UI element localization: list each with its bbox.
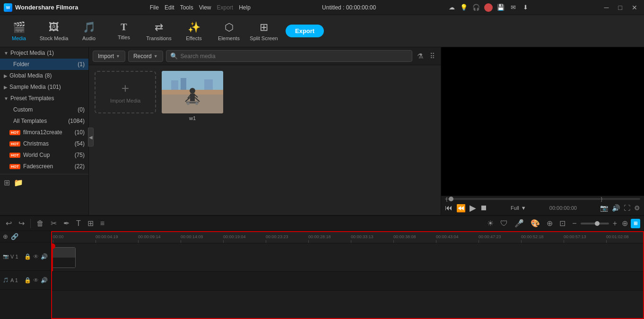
- audio-track-eye-icon[interactable]: 👁: [33, 277, 39, 284]
- link-track-button[interactable]: 🔗: [11, 233, 18, 240]
- grid-view-icon[interactable]: ⠿: [428, 51, 437, 61]
- add-media-track-button[interactable]: ⊕: [3, 233, 8, 240]
- add-media-button[interactable]: + Import Media: [95, 71, 156, 113]
- track-vol-icon[interactable]: 🔊: [41, 253, 48, 260]
- svg-rect-14: [204, 79, 213, 90]
- menu-view[interactable]: View: [199, 4, 211, 11]
- user-avatar[interactable]: [484, 3, 493, 12]
- maximize-button[interactable]: □: [616, 3, 625, 12]
- track-eye-icon[interactable]: 👁: [33, 253, 39, 260]
- record-button[interactable]: Record ▼: [128, 51, 163, 62]
- export-button[interactable]: Export: [286, 25, 324, 37]
- ruler-mark-4: 00:00:19:04: [223, 234, 246, 239]
- zoom-out-button[interactable]: −: [570, 218, 578, 229]
- search-input[interactable]: [181, 53, 408, 60]
- toolbar-effects[interactable]: ✨ Effects: [177, 16, 211, 46]
- audio-track-lock-icon[interactable]: 🔒: [24, 277, 31, 284]
- video-clip[interactable]: [52, 247, 76, 268]
- toolbar-elements[interactable]: ⬡ Elements: [212, 16, 246, 46]
- toolbar-titles[interactable]: T Titles: [107, 16, 141, 46]
- menu-export[interactable]: Export: [217, 4, 233, 11]
- shield-button[interactable]: 🛡: [498, 218, 510, 229]
- menu-file[interactable]: File: [150, 4, 159, 11]
- panel-folder[interactable]: Folder (1): [0, 59, 88, 70]
- toolbar-transitions-label: Transitions: [146, 35, 171, 41]
- audio-track-icon: 🎵: [3, 277, 9, 283]
- multitrack-button[interactable]: ≡: [98, 218, 106, 229]
- panel-world-cup[interactable]: HOT World Cup (75): [0, 149, 88, 161]
- camera-icon[interactable]: 📷: [600, 204, 608, 212]
- bulb-icon[interactable]: 💡: [460, 3, 468, 12]
- save-icon[interactable]: 💾: [496, 3, 505, 12]
- step-back-button[interactable]: ⏪: [456, 204, 466, 213]
- close-button[interactable]: ✕: [629, 3, 640, 12]
- toolbar-audio[interactable]: 🎵 Audio: [72, 16, 106, 46]
- svg-point-3: [190, 88, 195, 94]
- stabilize-button[interactable]: ☀: [485, 218, 496, 229]
- menu-edit[interactable]: Edit: [165, 4, 174, 11]
- mic-button[interactable]: 🎤: [513, 218, 526, 229]
- redo-button[interactable]: ↪: [17, 218, 26, 229]
- toolbar-media[interactable]: 🎬 Media: [2, 16, 36, 46]
- snap-button[interactable]: ⊞: [631, 219, 640, 228]
- panel-sample-media[interactable]: ▶ Sample Media (101): [0, 81, 88, 93]
- timeline-tracks[interactable]: 00:00 00:00:04:19 00:00:09:14: [51, 231, 644, 319]
- skip-back-button[interactable]: ⏮: [445, 204, 453, 212]
- panel-fadescreen[interactable]: HOT Fadescreen (22): [0, 161, 88, 172]
- media-item-w1[interactable]: w1: [162, 71, 223, 121]
- undo-button[interactable]: ↩: [4, 218, 14, 229]
- settings-icon[interactable]: ⚙: [634, 204, 640, 212]
- ruler-mark-12: 00:00:57:13: [564, 234, 586, 239]
- import-button[interactable]: Import ▼: [93, 51, 125, 62]
- filter-icon[interactable]: ⚗: [415, 51, 425, 61]
- panel-christmas[interactable]: HOT Christmas (54): [0, 138, 88, 149]
- crop-button[interactable]: ⊡: [557, 218, 567, 229]
- panel-global-media[interactable]: ▶ Global Media (8): [0, 70, 88, 81]
- cloud-icon[interactable]: ☁: [447, 3, 456, 12]
- toolbar-split-screen[interactable]: ⊞ Split Screen: [247, 16, 281, 46]
- resolution-selector[interactable]: Full ▼: [511, 205, 526, 211]
- ruler-mark-13: 00:01:02:08: [606, 234, 629, 239]
- panel-bottom-grid-icon[interactable]: ⊞: [4, 178, 10, 187]
- fullscreen-icon[interactable]: ⛶: [624, 204, 630, 212]
- minimize-button[interactable]: ─: [601, 3, 612, 12]
- pen-button[interactable]: ✒: [61, 218, 71, 229]
- ruler-mark-2: 00:00:09:14: [138, 234, 161, 239]
- collapse-panel-button[interactable]: ◀: [88, 128, 94, 147]
- panel-project-media[interactable]: ▼ Project Media (1): [0, 47, 88, 59]
- preview-seekbar[interactable]: { }: [445, 198, 640, 200]
- stop-button[interactable]: ⏹: [480, 204, 487, 212]
- svg-point-11: [195, 102, 198, 105]
- panel-preset-templates[interactable]: ▼ Preset Templates: [0, 93, 88, 104]
- menu-tools[interactable]: Tools: [180, 4, 193, 11]
- download-icon[interactable]: ⬇: [521, 3, 530, 12]
- cut-button[interactable]: ✂: [49, 218, 59, 229]
- menu-help[interactable]: Help: [239, 4, 251, 11]
- text-button[interactable]: T: [74, 218, 83, 229]
- panel-custom[interactable]: Custom (0): [0, 104, 88, 115]
- seekbar-thumb[interactable]: [449, 197, 453, 201]
- delete-button[interactable]: 🗑: [35, 218, 46, 229]
- toolbar-transitions[interactable]: ⇄ Transitions: [142, 16, 176, 46]
- zoom-slider-thumb[interactable]: [595, 221, 600, 226]
- audio-track-vol-icon[interactable]: 🔊: [41, 277, 48, 284]
- panel-bottom-folder-icon[interactable]: 📁: [14, 178, 23, 187]
- custom-label: Custom: [13, 106, 33, 113]
- adjust-button[interactable]: ⊞: [86, 218, 96, 229]
- blend-button[interactable]: ⊕: [545, 218, 555, 229]
- zoom-slider[interactable]: [581, 223, 609, 224]
- panel-filmora12create[interactable]: HOT filmora12create (10): [0, 127, 88, 138]
- video-track-row: [52, 243, 643, 272]
- zoom-in-button[interactable]: +: [611, 218, 619, 229]
- panel-all-templates[interactable]: All Templates (1084): [0, 115, 88, 127]
- color-button[interactable]: 🎨: [529, 218, 542, 229]
- all-templates-label: All Templates: [13, 118, 47, 124]
- add-track-button[interactable]: ⊕: [622, 219, 628, 228]
- volume-icon[interactable]: 🔊: [612, 204, 620, 212]
- track-lock-icon[interactable]: 🔒: [24, 253, 31, 260]
- play-button[interactable]: ▶: [470, 203, 476, 213]
- resolution-arrow-icon: ▼: [521, 205, 526, 211]
- toolbar-stock-media[interactable]: 🖼 Stock Media: [37, 16, 71, 46]
- mail-icon[interactable]: ✉: [509, 3, 517, 12]
- headset-icon[interactable]: 🎧: [472, 3, 480, 12]
